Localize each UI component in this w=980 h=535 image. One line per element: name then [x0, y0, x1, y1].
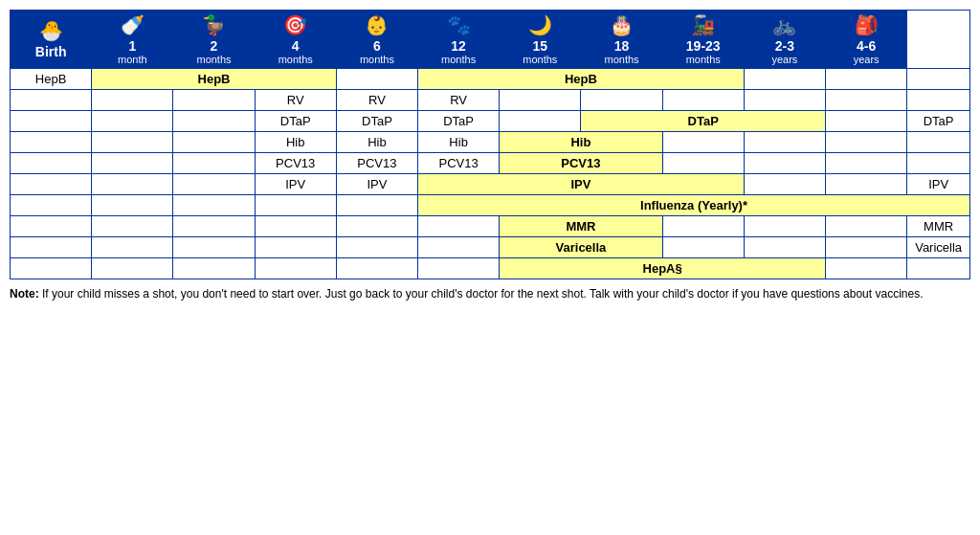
note-section: Note: If your child misses a shot, you d…: [10, 287, 970, 301]
cell-pcv-1mo: [173, 153, 255, 174]
cell-var-6mo: [418, 237, 500, 258]
cell-hib-1923mo: [744, 132, 825, 153]
header-icon-4-6yr: 🎒: [828, 13, 904, 36]
table-row: HibHibHibHib: [11, 132, 970, 153]
cell-rv-15mo: [581, 90, 662, 111]
cell-ipv-23yr: [826, 174, 907, 195]
table-row: Influenza (Yearly)*: [11, 195, 970, 216]
vaccine-label: [11, 111, 92, 132]
cell-ipv-46yr: IPV: [907, 174, 970, 195]
cell-mmr-1mo: [173, 216, 255, 237]
header-icon-1mo: 🍼: [94, 13, 170, 36]
cell-pcv-23yr: [826, 153, 907, 174]
cell-rv-46yr: [907, 90, 970, 111]
cell-hib-2mo: Hib: [255, 132, 336, 153]
cell-hepa-12mo-1923mo: HepA§: [500, 258, 826, 279]
vaccine-label: [11, 174, 92, 195]
cell-rv-1mo: [173, 90, 255, 111]
cell-var-4mo: [336, 237, 417, 258]
cell-hepb-4mo: [336, 69, 417, 90]
cell-mmr-23yr: [826, 216, 907, 237]
cell-ipv-6mo-18mo: IPV: [418, 174, 745, 195]
cell-mmr-birth: [92, 216, 173, 237]
cell-hepb-birth-2mo: HepB: [92, 69, 337, 90]
header-12mo: 🐾12months: [418, 11, 500, 69]
header-icon-2mo: 🦆: [175, 13, 252, 36]
vaccine-label: [11, 132, 92, 153]
cell-hepa-birth: [92, 258, 173, 279]
cell-dtap-2mo: DTaP: [255, 111, 336, 132]
cell-dtap-12mo: [500, 111, 581, 132]
header-icon-birth: 🐣: [12, 19, 89, 42]
cell-hepa-46yr: [907, 258, 970, 279]
cell-flu-2mo: [255, 195, 336, 216]
note-text: If your child misses a shot, you don't n…: [39, 287, 924, 301]
cell-dtap-23yr: [826, 111, 907, 132]
header-icon-6mo: 👶: [339, 13, 415, 36]
cell-ipv-2mo: IPV: [255, 174, 336, 195]
cell-dtap-6mo: DTaP: [418, 111, 500, 132]
cell-hepa-4mo: [336, 258, 417, 279]
cell-pcv-18mo: [662, 153, 744, 174]
cell-var-23yr: [826, 237, 907, 258]
cell-mmr-18mo: [662, 216, 744, 237]
vaccine-label: [11, 237, 92, 258]
table-row: MMRMMR: [11, 216, 970, 237]
header-birth: 🐣Birth: [11, 11, 92, 69]
cell-hib-6mo: Hib: [418, 132, 500, 153]
cell-dtap-1mo: [173, 111, 255, 132]
cell-flu-birth: [92, 195, 173, 216]
table-row: HepBHepBHepB: [11, 69, 970, 90]
header-4-6yr: 🎒4-6years: [826, 11, 907, 69]
vaccine-label: [11, 216, 92, 237]
cell-hib-4mo: Hib: [336, 132, 417, 153]
header-icon-15mo: 🌙: [501, 13, 578, 36]
cell-pcv-46yr: [907, 153, 970, 174]
cell-mmr-46yr: MMR: [907, 216, 970, 237]
cell-pcv-4mo: PCV13: [336, 153, 417, 174]
cell-var-1mo: [173, 237, 255, 258]
cell-rv-6mo: RV: [418, 90, 500, 111]
cell-flu-1mo: [173, 195, 255, 216]
header-icon-2-3yr: 🚲: [746, 13, 823, 36]
cell-ipv-1mo: [173, 174, 255, 195]
cell-rv-12mo: [500, 90, 581, 111]
cell-hepa-2mo: [255, 258, 336, 279]
cell-hepa-23yr: [826, 258, 907, 279]
header-icon-12mo: 🐾: [420, 13, 497, 36]
cell-pcv-2mo: PCV13: [255, 153, 336, 174]
cell-rv-birth: [92, 90, 173, 111]
header-2-3yr: 🚲2-3years: [744, 11, 825, 69]
vaccine-label: [11, 258, 92, 279]
cell-rv-4mo: RV: [336, 90, 417, 111]
cell-hepb-46yr: [907, 69, 970, 90]
cell-dtap-birth: [92, 111, 173, 132]
cell-ipv-4mo: IPV: [336, 174, 417, 195]
header-18mo: 🎂18months: [581, 11, 662, 69]
cell-flu-6mo-46yr: Influenza (Yearly)*: [418, 195, 970, 216]
cell-flu-4mo: [336, 195, 417, 216]
header-15mo: 🌙15months: [500, 11, 581, 69]
cell-rv-18mo: [662, 90, 744, 111]
header-19-23mo: 🚂19-23months: [662, 11, 744, 69]
cell-ipv-birth: [92, 174, 173, 195]
cell-hib-18mo: [662, 132, 744, 153]
table-row: PCV13PCV13PCV13PCV13: [11, 153, 970, 174]
cell-dtap-46yr: DTaP: [907, 111, 970, 132]
cell-rv-23yr: [826, 90, 907, 111]
header-6mo: 👶6months: [336, 11, 417, 69]
vaccine-label: [11, 90, 92, 111]
cell-var-birth: [92, 237, 173, 258]
cell-var-12mo-15mo: Varicella: [500, 237, 662, 258]
cell-var-46yr: Varicella: [907, 237, 970, 258]
cell-hib-46yr: [907, 132, 970, 153]
vaccine-label: [11, 195, 92, 216]
cell-hib-1mo: [173, 132, 255, 153]
cell-mmr-1923mo: [744, 216, 825, 237]
cell-hib-23yr: [826, 132, 907, 153]
cell-pcv-birth: [92, 153, 173, 174]
cell-var-18mo: [662, 237, 744, 258]
cell-hib-12mo-15mo: Hib: [500, 132, 662, 153]
cell-pcv-1923mo: [744, 153, 825, 174]
cell-mmr-6mo: [418, 216, 500, 237]
